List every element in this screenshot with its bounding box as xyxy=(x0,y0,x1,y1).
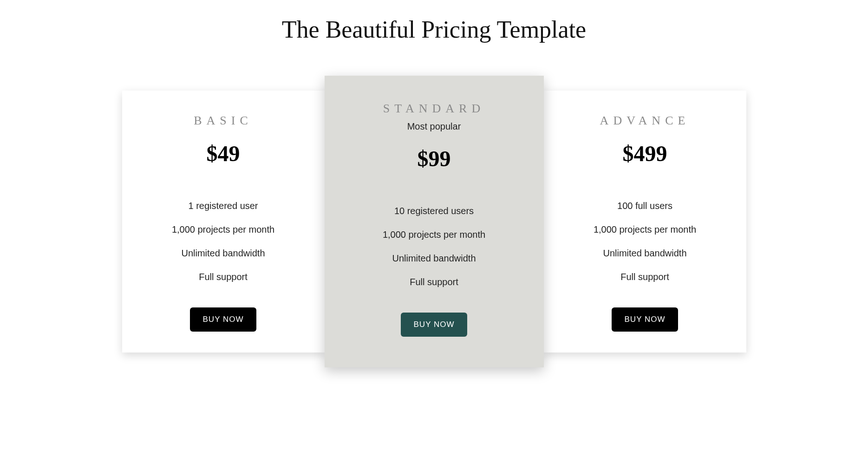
feature-item: Full support xyxy=(558,265,732,289)
tier-subtitle: Most popular xyxy=(339,121,530,132)
feature-item: Full support xyxy=(136,265,311,289)
feature-item: 1,000 projects per month xyxy=(339,223,530,247)
feature-item: Full support xyxy=(339,270,530,294)
tier-name: ADVANCE xyxy=(558,114,732,128)
feature-item: 1,000 projects per month xyxy=(136,218,311,242)
tier-price: $499 xyxy=(558,141,732,166)
buy-now-button[interactable]: BUY NOW xyxy=(612,307,679,332)
pricing-card-advance: ADVANCE $499 100 full users 1,000 projec… xyxy=(544,91,746,353)
feature-item: Unlimited bandwidth xyxy=(558,242,732,265)
feature-item: Unlimited bandwidth xyxy=(339,247,530,270)
feature-item: Unlimited bandwidth xyxy=(136,242,311,265)
tier-name: STANDARD xyxy=(339,102,530,116)
feature-item: 100 full users xyxy=(558,194,732,218)
page-title: The Beautiful Pricing Template xyxy=(0,16,868,43)
tier-price: $99 xyxy=(339,146,530,171)
pricing-card-standard: STANDARD Most popular $99 10 registered … xyxy=(325,76,544,367)
buy-now-button[interactable]: BUY NOW xyxy=(190,307,257,332)
feature-item: 1,000 projects per month xyxy=(558,218,732,242)
tier-name: BASIC xyxy=(136,114,311,128)
feature-item: 1 registered user xyxy=(136,194,311,218)
pricing-cards: BASIC $49 1 registered user 1,000 projec… xyxy=(0,76,868,367)
pricing-card-basic: BASIC $49 1 registered user 1,000 projec… xyxy=(122,91,325,353)
feature-list: 100 full users 1,000 projects per month … xyxy=(558,194,732,289)
feature-item: 10 registered users xyxy=(339,199,530,223)
buy-now-button[interactable]: BUY NOW xyxy=(401,313,468,337)
feature-list: 10 registered users 1,000 projects per m… xyxy=(339,199,530,294)
feature-list: 1 registered user 1,000 projects per mon… xyxy=(136,194,311,289)
tier-price: $49 xyxy=(136,141,311,166)
